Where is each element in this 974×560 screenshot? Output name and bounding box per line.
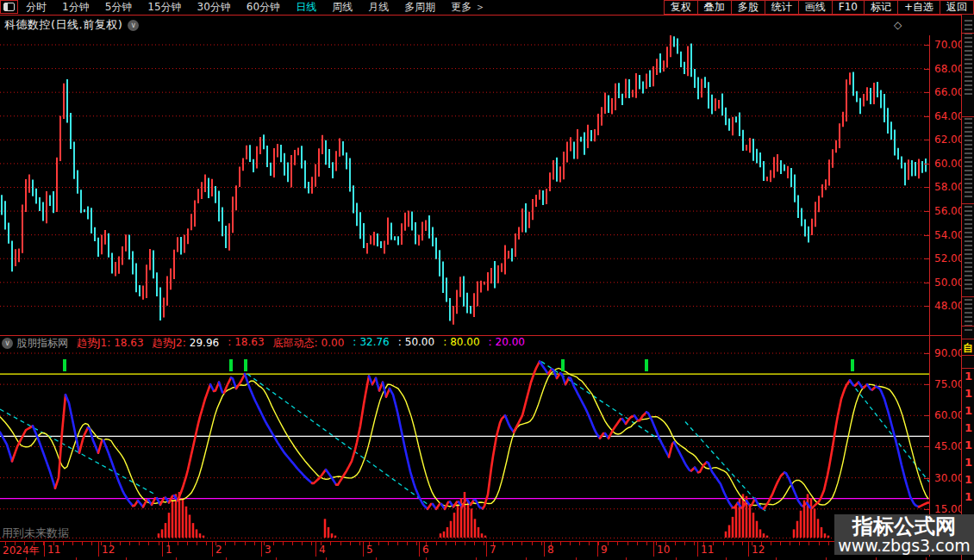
minor-tick <box>416 542 417 545</box>
indicator-field-0: 趋势J1:18.63 <box>77 336 144 350</box>
action-button-4[interactable]: 画线 <box>798 0 832 15</box>
minor-tick <box>455 542 456 545</box>
minor-tick <box>608 542 609 545</box>
indicator-field-2: :18.63 <box>228 336 264 350</box>
minor-tick <box>245 542 246 545</box>
price-tick-label: 58.00 <box>934 181 964 193</box>
month-label: 8 <box>547 544 554 556</box>
sidebar-rank-number: 1 <box>965 456 972 469</box>
osc-tick-label: 15.00 <box>934 503 964 515</box>
minor-tick <box>570 542 571 545</box>
title-bar: 科德数控(日线.前复权) ∨ ◇ <box>0 16 974 34</box>
month-label: 2 <box>215 544 222 556</box>
sidebar-rank-number: 1 <box>965 370 972 383</box>
osc-tick-label: 60.00 <box>934 409 964 421</box>
minor-tick <box>407 542 408 545</box>
oscillator-panel[interactable] <box>0 350 929 538</box>
action-button-7[interactable]: +自选 <box>897 0 940 15</box>
month-tick <box>261 542 262 557</box>
minor-tick <box>809 542 809 545</box>
minor-tick <box>733 542 734 545</box>
minor-tick <box>819 542 820 545</box>
price-tick-label: 54.00 <box>934 229 964 241</box>
sidebar-divider <box>962 116 974 117</box>
vertical-text-block <box>965 206 972 292</box>
indicator-field-4: :32.76 <box>353 336 389 350</box>
action-button-8[interactable]: 返回 <box>940 0 974 15</box>
future-data-note: 用到未来数据 <box>2 526 69 541</box>
minor-tick <box>350 542 351 545</box>
price-tick-label: 52.00 <box>934 252 964 264</box>
minor-tick <box>579 542 580 545</box>
minor-tick <box>330 542 331 545</box>
action-button-0[interactable]: 复权 <box>664 0 697 15</box>
axis-border-line <box>929 35 930 557</box>
period-item-2[interactable]: 5分钟 <box>97 0 140 15</box>
action-button-2[interactable]: 多股 <box>731 0 765 15</box>
diamond-icon[interactable]: ◇ <box>894 19 902 31</box>
month-tick <box>44 542 45 557</box>
sidebar-divider <box>962 33 974 34</box>
month-label: 3 <box>265 544 272 556</box>
period-item-5[interactable]: 60分钟 <box>239 0 288 15</box>
minor-tick <box>206 542 207 545</box>
layout-toggle-icon[interactable] <box>0 0 18 14</box>
date-axis[interactable]: 2024年1112123456789101112 <box>0 541 961 558</box>
month-label: 11 <box>47 544 60 556</box>
right-sidebar[interactable]: 自11111111 <box>961 15 974 560</box>
month-label: 10 <box>657 544 670 556</box>
month-tick <box>315 542 316 557</box>
minor-tick <box>359 542 360 545</box>
price-tick-label: 60.00 <box>934 158 964 170</box>
minor-tick <box>378 542 379 545</box>
sidebar-rank-number: 1 <box>965 421 972 434</box>
minor-tick <box>159 542 159 545</box>
indicator-chevron-icon[interactable]: ∨ <box>2 338 13 349</box>
vertical-text-block <box>965 20 972 97</box>
minor-tick <box>129 542 130 545</box>
month-tick <box>212 542 213 557</box>
minor-tick <box>617 542 618 545</box>
minor-tick <box>742 542 743 545</box>
period-item-1[interactable]: 1分钟 <box>54 0 97 15</box>
period-item-7[interactable]: 周线 <box>324 0 360 15</box>
period-item-6[interactable]: 日线 <box>288 0 324 15</box>
minor-tick <box>465 542 465 545</box>
title-chevron-down-icon[interactable]: ∨ <box>128 20 139 31</box>
period-item-3[interactable]: 15分钟 <box>140 0 189 15</box>
vertical-text-block <box>965 118 972 200</box>
minor-tick <box>521 542 522 545</box>
year-label: 2024年 <box>3 544 40 558</box>
action-button-5[interactable]: F10 <box>832 0 864 15</box>
price-tick-label: 50.00 <box>934 277 964 289</box>
month-tick <box>544 542 545 557</box>
price-tick-label: 62.00 <box>934 134 964 146</box>
month-label: 9 <box>601 544 608 556</box>
period-item-0[interactable]: 分时 <box>18 0 54 15</box>
price-tick-label: 66.00 <box>934 86 964 98</box>
sidebar-item-self-select[interactable]: 自 <box>963 341 973 356</box>
indicator-header: ∨ 股朋指标网 趋势J1:18.63趋势J2:29.96:18.63底部动态:0… <box>0 336 931 350</box>
sidebar-divider <box>962 296 974 297</box>
period-item-9[interactable]: 多周期 <box>396 0 443 15</box>
sidebar-divider <box>962 203 974 204</box>
period-item-8[interactable]: 月线 <box>360 0 396 15</box>
watermark-url: www.zbgs3.com <box>834 538 974 554</box>
month-tick <box>597 542 598 557</box>
price-tick-label: 48.00 <box>934 300 964 312</box>
price-tick-label: 56.00 <box>934 205 964 217</box>
osc-tick-label: 75.00 <box>934 378 964 390</box>
month-label: 1 <box>165 544 172 556</box>
action-button-3[interactable]: 统计 <box>765 0 798 15</box>
month-label: 6 <box>422 544 429 556</box>
sidebar-rank-number: 1 <box>965 439 972 451</box>
period-item-4[interactable]: 30分钟 <box>190 0 239 15</box>
main-candlestick-chart[interactable] <box>0 35 929 335</box>
sidebar-divider <box>962 368 974 369</box>
action-button-1[interactable]: 叠加 <box>697 0 731 15</box>
minor-tick <box>512 542 513 545</box>
month-tick <box>363 542 364 557</box>
period-item-10[interactable]: 更多 ＞ <box>443 0 493 15</box>
action-button-6[interactable]: 标记 <box>864 0 897 15</box>
minor-tick <box>828 542 829 545</box>
